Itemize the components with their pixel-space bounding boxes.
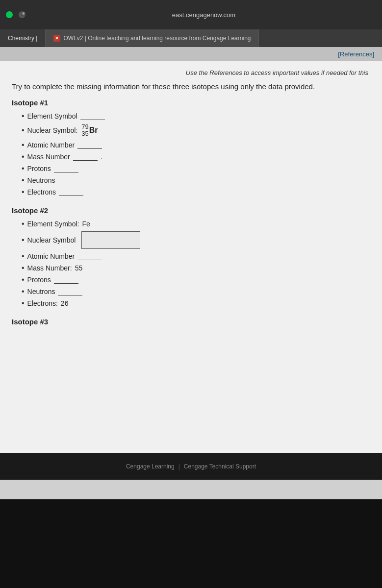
isotope2-protons-label: Protons — [27, 276, 51, 284]
main-wrapper: [References] Use the References to acces… — [0, 47, 382, 499]
isotope1-list: Element Symbol Nuclear Symbol: 79 35 Br … — [12, 112, 370, 196]
references-note: Use the References to access important v… — [12, 69, 370, 76]
footer: Cengage Learning | Cengage Technical Sup… — [0, 453, 382, 480]
isotope1-mass-number-item: Mass Number . — [22, 152, 370, 161]
isotope2-mass-number-item: Mass Number: 55 — [22, 264, 370, 272]
isotope1-electrons-label: Electrons — [27, 188, 56, 196]
isotope2-nuclear-symbol-label: Nuclear Symbol — [27, 236, 76, 244]
footer-cengage-learning[interactable]: Cengage Learning — [126, 463, 175, 470]
bottom-dark-area — [0, 499, 382, 588]
isotope1-electrons-item: Electrons — [22, 188, 370, 196]
isotope1-element-symbol-label: Element Symbol — [27, 112, 77, 120]
isotope2-protons-input[interactable] — [54, 276, 78, 284]
footer-technical-support[interactable]: Cengage Technical Support — [184, 463, 256, 470]
isotope1-neutrons-input[interactable] — [58, 176, 82, 184]
isotope1-element-symbol-input[interactable] — [80, 112, 105, 120]
tab-owlv2-label: OWLv2 | Online teaching and learning res… — [63, 35, 251, 42]
tab-chemistry-label: Chemistry | — [8, 35, 37, 42]
isotope1-nuclear-symbol-label: Nuclear Symbol: — [27, 126, 78, 134]
browser-microphone-icon: 🎤 — [19, 11, 25, 18]
isotope2-element-value: Fe — [82, 220, 90, 228]
browser-chrome: 🎤 east.cengagenow.com — [0, 0, 382, 29]
isotope3-title: Isotope #3 — [12, 318, 370, 326]
tab-icon-x: ✕ — [53, 35, 60, 42]
address-bar: east.cengagenow.com — [31, 11, 376, 19]
isotope1-atomic-number-input[interactable] — [77, 141, 102, 149]
isotope1-element-sym: Br — [89, 126, 98, 135]
isotope2-protons-item: Protons — [22, 275, 370, 284]
isotope1-protons-label: Protons — [27, 165, 51, 172]
content-area: Use the References to access important v… — [0, 61, 382, 453]
isotope2-neutrons-label: Neutrons — [27, 288, 55, 295]
isotope1-nuclear-numbers: 79 35 — [81, 123, 88, 138]
isotope1-atomic-bottom: 35 — [81, 130, 88, 137]
isotope2-electrons-value: 26 — [61, 299, 69, 307]
isotope2-nuclear-symbol-input[interactable] — [81, 231, 140, 249]
isotope1-mass-top: 79 — [81, 123, 88, 130]
isotope2-electrons-item: Electrons: 26 — [22, 299, 370, 308]
isotope1-mass-number-input[interactable] — [73, 153, 98, 161]
isotope3-section: Isotope #3 — [12, 318, 370, 326]
tab-owlv2[interactable]: ✕ OWLv2 | Online teaching and learning r… — [46, 29, 259, 47]
isotope1-atomic-number-item: Atomic Number — [22, 141, 370, 149]
isotope2-atomic-number-label: Atomic Number — [27, 252, 75, 260]
footer-links: Cengage Learning | Cengage Technical Sup… — [10, 463, 372, 470]
isotope2-nuclear-symbol-item: Nuclear Symbol — [22, 231, 370, 249]
page-instructions: Try to complete the missing information … — [12, 82, 370, 91]
isotope1-mass-period: . — [101, 153, 102, 161]
isotope2-atomic-number-item: Atomic Number — [22, 252, 370, 261]
tab-bar: Chemistry | ✕ OWLv2 | Online teaching an… — [0, 29, 382, 47]
isotope1-section: Isotope #1 Element Symbol Nuclear Symbol… — [12, 98, 370, 196]
isotope2-element-symbol-label: Element Symbol: — [27, 220, 79, 228]
isotope2-electrons-label: Electrons: — [27, 299, 58, 307]
tab-chemistry[interactable]: Chemistry | — [0, 29, 46, 47]
isotope1-element-symbol-item: Element Symbol — [22, 112, 370, 121]
isotope1-atomic-number-label: Atomic Number — [27, 141, 75, 149]
references-button[interactable]: [References] — [338, 50, 374, 58]
isotope2-neutrons-input[interactable] — [58, 288, 82, 295]
isotope2-title: Isotope #2 — [12, 206, 370, 215]
browser-btn-green[interactable] — [6, 11, 13, 18]
isotope1-electrons-input[interactable] — [59, 188, 83, 196]
isotope2-section: Isotope #2 Element Symbol: Fe Nuclear Sy… — [12, 206, 370, 308]
isotope2-mass-number-label: Mass Number: — [27, 264, 72, 272]
isotope2-list: Element Symbol: Fe Nuclear Symbol Atomic… — [12, 220, 370, 308]
isotope1-protons-item: Protons — [22, 164, 370, 173]
isotope1-protons-input[interactable] — [54, 165, 78, 172]
isotope1-neutrons-item: Neutrons — [22, 176, 370, 185]
footer-separator: | — [178, 463, 180, 470]
isotope1-mass-number-label: Mass Number — [27, 153, 70, 161]
isotope2-atomic-number-input[interactable] — [77, 252, 102, 260]
isotope2-neutrons-item: Neutrons — [22, 287, 370, 296]
isotope1-nuclear-symbol-display: 79 35 Br — [81, 123, 98, 138]
references-bar: [References] — [0, 47, 382, 61]
isotope1-title: Isotope #1 — [12, 98, 370, 107]
isotope2-element-symbol-item: Element Symbol: Fe — [22, 220, 370, 228]
isotope2-mass-number-value: 55 — [75, 264, 83, 272]
isotope1-neutrons-label: Neutrons — [27, 176, 55, 184]
isotope1-nuclear-symbol-item: Nuclear Symbol: 79 35 Br — [22, 123, 370, 138]
